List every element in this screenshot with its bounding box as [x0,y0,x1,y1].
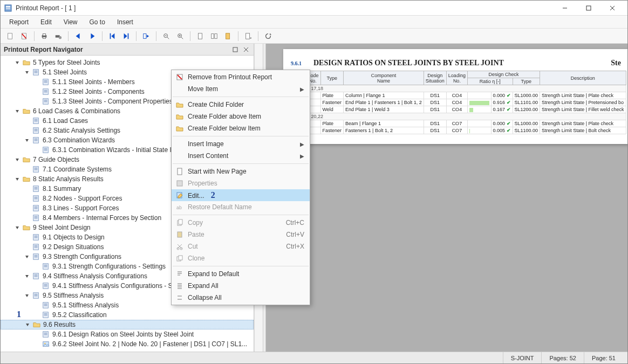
twisty-icon[interactable] [23,253,31,260]
ctx-insert-content[interactable]: Insert Content▶ [172,150,310,162]
ctx-insert-image[interactable]: Insert Image▶ [172,138,310,150]
context-menu: Remove from Printout ReportMove Item▶Cre… [171,70,310,305]
twisty-icon[interactable] [33,98,40,105]
page-color-icon[interactable] [222,30,235,42]
svg-marker-42 [25,71,29,74]
delete-page-icon[interactable] [18,30,31,42]
next-icon[interactable] [86,30,99,42]
doc-icon [42,146,50,154]
ctx-label: Edit...2 [186,190,304,200]
twisty-icon[interactable] [23,136,31,144]
tree-item[interactable]: 9.6 Results [1,320,254,329]
print-icon[interactable] [38,30,51,42]
tree-item[interactable]: 9.6.2 Steel Joint No. 2 | Node No. 20 | … [1,339,254,349]
undock-icon[interactable] [231,45,240,54]
refresh-icon[interactable] [262,30,275,42]
ctx-remove-from-printout-report[interactable]: Remove from Printout Report [172,71,310,83]
doc-icon [32,272,40,280]
twisty-icon[interactable] [23,166,31,173]
ctx-icon [174,255,186,262]
menu-view[interactable]: View [58,17,83,27]
zoom-in-icon[interactable] [174,30,187,42]
twisty-icon[interactable] [33,331,40,338]
ctx-expand-all[interactable]: Expand All [172,280,310,292]
prev-icon[interactable] [72,30,85,42]
twisty-icon[interactable] [24,321,31,328]
twisty-icon[interactable] [23,127,31,134]
menu-edit[interactable]: Edit [35,17,57,27]
twisty-icon[interactable] [23,233,31,241]
twisty-icon[interactable] [33,88,40,95]
ctx-label: Create Child Folder [186,101,304,108]
twisty-icon[interactable] [23,185,31,193]
zoom-out-icon[interactable] [160,30,173,42]
svg-marker-99 [16,226,19,229]
ctx-label: Restore Default Name [186,203,304,211]
menu-goto[interactable]: Go to [84,17,111,27]
close-button[interactable] [600,1,624,16]
twisty-icon[interactable] [13,156,21,163]
twisty-icon[interactable] [33,282,40,290]
page-options-icon[interactable] [242,30,255,42]
tree-item[interactable]: 5 Types for Steel Joints [1,58,254,67]
ctx-move-item[interactable]: Move Item▶ [172,83,310,95]
doc-icon [32,116,40,125]
folder-icon [22,58,31,67]
tree-item-label: 9.4 Stiffness Analysis Configurations [43,272,147,280]
ctx-create-folder-below-item[interactable]: Create Folder below Item [172,122,310,134]
twisty-icon[interactable] [33,263,40,270]
ctx-collapse-all[interactable]: Collapse All [172,292,310,304]
svg-marker-37 [270,33,272,35]
twisty-icon[interactable] [33,301,40,309]
close-panel-icon[interactable] [242,45,250,54]
menu-report[interactable]: Report [4,17,34,27]
ctx-clone: Clone [172,252,310,264]
twisty-icon[interactable] [33,146,40,154]
maximize-button[interactable] [577,1,600,16]
twisty-icon[interactable] [33,78,40,86]
goto-selection-icon[interactable] [140,30,153,42]
ctx-icon [174,282,186,290]
ctx-start-with-new-page[interactable]: Start with New Page [172,166,310,177]
twisty-icon[interactable] [23,204,31,212]
tree-item-label: 9.5.2 Classification [52,311,107,319]
svg-rect-34 [226,33,230,39]
first-icon[interactable] [106,30,119,42]
twisty-icon[interactable] [23,214,31,222]
twisty-icon[interactable] [33,340,40,348]
tree-item-label: 9.6.1 Design Ratios on Steel Joints by S… [52,331,194,338]
single-page-icon[interactable] [194,30,207,42]
svg-rect-51 [43,89,49,95]
twisty-icon[interactable] [13,59,21,66]
print-setup-icon[interactable] [52,30,65,42]
svg-marker-16 [76,33,80,39]
twisty-icon[interactable] [23,243,31,251]
twisty-icon[interactable] [23,195,31,202]
twisty-icon[interactable] [23,272,31,280]
twisty-icon[interactable] [23,292,31,299]
ctx-edit-[interactable]: Edit...2 [172,189,310,201]
twisty-icon[interactable] [13,175,21,183]
last-icon[interactable] [120,30,133,42]
svg-rect-149 [177,181,182,186]
ctx-create-folder-above-item[interactable]: Create Folder above Item [172,111,310,122]
twisty-icon[interactable] [13,107,21,115]
svg-rect-104 [33,244,39,250]
twisty-icon[interactable] [23,68,31,76]
tree-item[interactable]: 9.6.1 Design Ratios on Steel Joints by S… [1,329,254,339]
svg-rect-78 [33,167,39,173]
twisty-icon[interactable] [13,224,21,231]
menu-insert[interactable]: Insert [112,17,139,27]
two-page-icon[interactable] [208,30,221,42]
tree-item-label: 8.1 Summary [43,185,81,193]
tree-item[interactable]: 9.5.2 Classification [1,310,254,320]
twisty-icon[interactable] [33,311,40,319]
minimize-button[interactable] [553,1,577,16]
twisty-icon[interactable] [23,117,31,125]
doc-icon [42,311,50,319]
ctx-create-child-folder[interactable]: Create Child Folder [172,99,310,111]
new-page-icon[interactable] [4,30,17,42]
tree-item-label: 6.3 Combination Wizards [43,136,115,144]
ctx-expand-to-default[interactable]: Expand to Default [172,268,310,280]
ctx-cut: CutCtrl+X [172,241,310,252]
